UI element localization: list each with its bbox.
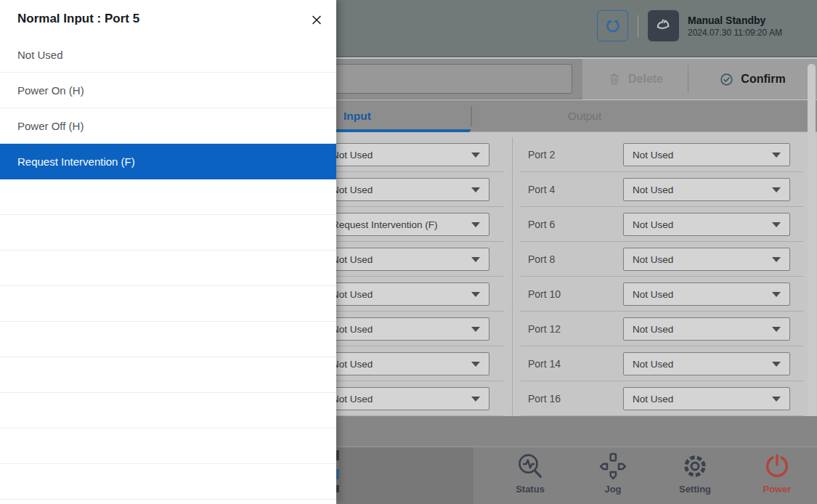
chevron-down-icon [772,187,781,192]
dropdown-value: Not Used [633,150,768,160]
option-empty-row [0,286,336,322]
nav-label-jog: Jog [604,484,621,495]
occluded-nav-fragment [336,450,339,460]
chevron-down-icon [471,327,480,332]
port-label: Port 2 [528,137,555,172]
tab-output-label: Output [568,110,602,123]
port-value-dropdown[interactable]: Not Used [623,387,790,410]
hand-manual-mode-icon [654,16,674,36]
port-value-dropdown[interactable]: Not Used [623,352,790,375]
delete-label: Delete [628,73,663,86]
port-value-dropdown[interactable]: Not Used [322,317,489,341]
dropdown-value: Not Used [332,184,467,195]
power-icon [763,452,792,481]
trash-icon [607,72,622,86]
option-power-off[interactable]: Power Off (H) [0,108,336,144]
port-value-dropdown[interactable]: Not Used [623,213,790,236]
option-empty-row [0,393,336,428]
port-label: Port 16 [528,381,561,416]
chevron-down-icon [772,153,781,158]
dropdown-value: Not Used [633,394,768,405]
dropdown-value: Not Used [332,394,467,405]
nav-item-status[interactable]: Status [495,452,565,503]
tabstrip-bottom-line [469,131,817,132]
confirm-button[interactable]: Confirm [688,59,817,99]
toolbar-button-divider [688,65,688,93]
gripper-button[interactable] [597,10,628,41]
chevron-down-icon [772,327,781,332]
port-value-dropdown[interactable]: Not Used [322,143,489,166]
option-power-on[interactable]: Power On (H) [0,73,336,108]
delete-button[interactable]: Delete [582,59,688,99]
port-row: Port 16 Not Used [521,381,803,416]
chevron-down-icon [471,187,480,192]
option-not-used[interactable]: Not Used [0,37,336,73]
port-value-dropdown[interactable]: Not Used [623,317,790,341]
modal-header: Normal Input : Port 5 [0,0,336,37]
dropdown-value: Request Intervention (F) [332,219,467,230]
port-value-dropdown[interactable]: Not Used [623,178,790,201]
option-empty-row [0,464,336,500]
nav-label-status: Status [516,484,545,495]
port-label: Port 14 [528,346,561,381]
dropdown-value: Not Used [633,184,768,195]
port-row: Port 8 Not Used [521,242,803,277]
option-empty-row [0,357,336,393]
option-empty-row [0,322,336,357]
port-value-dropdown[interactable]: Not Used [623,248,790,271]
tab-output[interactable]: Output [471,100,699,132]
chevron-down-icon [471,397,480,402]
setting-gear-icon [680,452,710,481]
option-list: Not Used Power On (H) Power Off (H) Requ… [0,37,336,500]
chevron-down-icon [772,292,781,297]
port-value-dropdown[interactable]: Not Used [322,248,489,271]
dropdown-value: Not Used [332,289,467,300]
robot-state-label: Manual Standby [688,14,806,27]
nav-label-power: Power [763,484,791,495]
option-label: Request Intervention (F) [17,155,135,168]
port-option-modal: Normal Input : Port 5 Not Used Power On … [0,0,336,504]
port-column-right: Port 2 Not Used Port 4 Not Used Port 6 N… [521,137,803,416]
port-value-dropdown[interactable]: Not Used [623,283,790,306]
port-value-dropdown[interactable]: Not Used [322,387,489,410]
dropdown-value: Not Used [332,324,467,335]
port-label: Port 8 [528,242,555,277]
nav-item-jog[interactable]: Jog [578,452,648,503]
dropdown-value: Not Used [633,324,768,335]
chevron-down-icon [471,362,480,367]
close-button[interactable] [306,9,327,30]
port-row: Port 12 Not Used [521,312,803,346]
tab-input-label: Input [344,110,371,123]
dropdown-value: Not Used [332,150,467,160]
option-label: Not Used [17,49,63,61]
option-request-intervention-selected[interactable]: Request Intervention (F) [0,144,336,179]
nav-label-setting: Setting [679,484,711,495]
chevron-down-icon [772,397,781,402]
port-row: Port 2 Not Used [521,137,803,172]
option-empty-row [0,215,336,251]
manual-mode-button[interactable] [648,10,679,41]
nav-item-setting[interactable]: Setting [660,452,730,503]
chevron-down-icon [471,222,480,227]
screen: Manual Standby 2024.07.30 11:09:20 AM De… [0,0,817,504]
chevron-down-icon [772,257,781,262]
status-magnifier-icon [516,452,545,481]
gripper-icon [603,17,622,36]
robot-state-timestamp: 2024.07.30 11:09:20 AM [688,27,806,38]
option-empty-row [0,428,336,464]
port-value-dropdown[interactable]: Not Used [623,143,790,166]
port-value-dropdown[interactable]: Not Used [322,352,489,375]
port-value-dropdown[interactable]: Request Intervention (F) [322,213,489,236]
header-divider [638,15,638,37]
chevron-down-icon [772,222,781,227]
port-row: Port 14 Not Used [521,346,803,381]
nav-item-power[interactable]: Power [742,452,812,503]
occluded-nav-fragment [336,485,339,492]
port-value-dropdown[interactable]: Not Used [322,283,489,306]
port-label: Port 4 [528,172,555,207]
port-row: Port 4 Not Used [521,172,803,207]
port-row: Port 6 Not Used [521,207,803,242]
scrollbar[interactable] [808,64,816,442]
port-value-dropdown[interactable]: Not Used [322,178,489,201]
modal-title: Normal Input : Port 5 [17,12,139,26]
